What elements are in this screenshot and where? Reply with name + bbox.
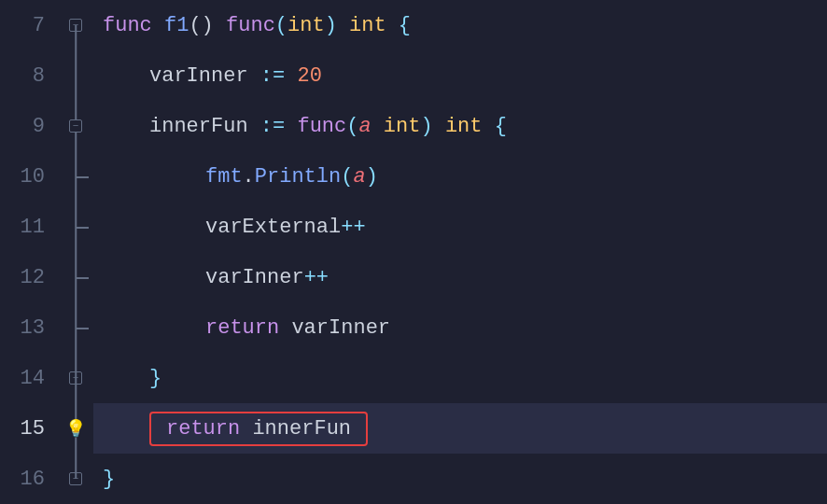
token-op-9: := [260,115,285,138]
line-num-9: 9 [0,101,45,151]
code-line-13: return varInner [93,302,827,353]
token-op-8: := [260,64,285,88]
token-int-9b: int [445,115,483,138]
token-varinner-13: varInner [291,316,390,340]
gutter-14[interactable]: − [58,353,93,403]
gutter-16[interactable]: − [58,454,93,504]
token-paren-9a: ( [346,115,358,138]
code-line-15: return innerFun [93,403,827,454]
line-num-16: 16 [0,454,45,504]
token-brace-9: { [482,115,506,138]
token-return-15: return [166,417,252,441]
token-fmt-10: fmt [205,165,243,189]
line-num-15: 15 [0,403,45,454]
token-brace-14: } [149,367,161,390]
token-func-7b: func [226,14,275,37]
code-editor: 7 8 9 10 11 12 13 14 15 16 − − [0,0,827,504]
line-numbers: 7 8 9 10 11 12 13 14 15 16 [0,0,58,504]
code-line-10: fmt.Println(a) [93,151,827,202]
code-area: func f1() func(int) int { varInner := 20… [93,0,827,504]
token-paren-7b: ( [275,14,287,37]
gutter-7[interactable]: − [58,0,93,50]
token-return-13: return [205,316,291,340]
line-num-7: 7 [0,0,45,50]
code-line-11: varExternal++ [93,202,827,252]
token-brace-7: { [386,14,411,37]
gutter-8 [58,50,93,101]
token-varinner-8: varInner [149,64,260,88]
token-a-10: a [353,165,365,189]
line-num-11: 11 [0,202,45,252]
line-num-14: 14 [0,353,45,403]
token-fname-7: f1 [164,14,189,37]
code-line-12: varInner++ [93,252,827,302]
gutter-9[interactable]: − [58,101,93,151]
token-space-8 [285,64,297,88]
token-inc-12: ++ [304,266,329,289]
token-brace-16: } [103,468,115,491]
code-line-14: } [93,353,827,403]
code-line-8: varInner := 20 [93,50,827,101]
gutter-10 [58,151,93,202]
token-int-7b: int [349,14,386,37]
gutter-11 [58,202,93,252]
code-line-9: innerFun := func(a int) int { [93,101,827,151]
code-line-7: func f1() func(int) int { [93,0,827,50]
token-int-9a: int [384,115,421,138]
gutter-12 [58,252,93,302]
line-num-8: 8 [0,50,45,101]
fold-icon-9[interactable]: − [69,119,82,133]
token-varext-11: varExternal [205,216,341,239]
gutter-13 [58,302,93,353]
token-int-7a: int [287,14,325,37]
token-space-9 [285,115,297,138]
token-func-7: func [103,14,164,37]
token-space-9b [371,115,384,138]
token-println-10: Println [255,165,341,189]
lightbulb-icon[interactable]: 💡 [65,418,86,439]
return-box-15: return innerFun [149,412,368,446]
token-varinner-12: varInner [205,266,304,289]
token-a-9: a [358,115,371,138]
token-inc-11: ++ [341,216,365,239]
token-innerfun-9: innerFun [149,115,260,138]
code-line-16: } [93,454,827,504]
token-paren-7c: ) [325,14,349,37]
line-num-10: 10 [0,151,45,202]
token-func-9: func [297,115,346,138]
line-num-13: 13 [0,302,45,353]
token-paren-10a: ( [341,165,353,189]
line-num-12: 12 [0,252,45,302]
gutter-15[interactable]: 💡 [58,403,93,454]
token-dot-10: . [243,165,255,189]
gutter: − − − [58,0,93,504]
token-paren-7a: () [189,14,226,37]
token-innerfun-15: innerFun [252,417,351,441]
token-num-8: 20 [297,64,321,88]
token-paren-9b: ) [420,115,444,138]
token-paren-10b: ) [366,165,378,189]
